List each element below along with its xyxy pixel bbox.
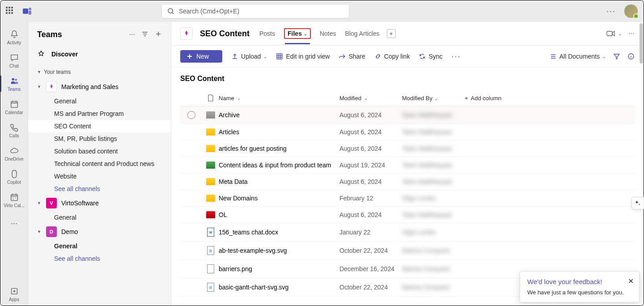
rail-onedrive[interactable]: OneDrive bbox=[0, 142, 28, 165]
file-row[interactable]: ArchiveAugust 6, 2024Tatev Malkhasyan bbox=[180, 106, 635, 124]
view-selector[interactable]: All Documents ⌄ bbox=[550, 53, 606, 60]
file-row[interactable]: Content ideas & input from product teamA… bbox=[180, 157, 635, 174]
teams-title: Teams bbox=[37, 30, 129, 39]
add-tab-button[interactable]: + bbox=[387, 29, 396, 38]
folder-icon bbox=[206, 162, 215, 169]
folder-icon bbox=[206, 211, 215, 218]
add-column-button[interactable]: +Add column bbox=[465, 95, 635, 102]
select-circle[interactable] bbox=[187, 111, 195, 119]
edit-grid-button[interactable]: Edit in grid view bbox=[276, 53, 330, 60]
rail-copilot[interactable]: Copilot bbox=[0, 165, 28, 188]
upload-button[interactable]: Upload ⌄ bbox=[231, 53, 267, 60]
tab-blog-articles[interactable]: Blog Articles bbox=[345, 28, 380, 39]
channel-row[interactable]: SM, PR, Public listings bbox=[28, 132, 171, 145]
file-row[interactable]: ArticlesAugust 6, 2024Tatev Malkhasyan bbox=[180, 124, 635, 140]
feedback-popup: ✕ We'd love your feedback! We have just … bbox=[520, 271, 640, 302]
rail-calendar[interactable]: Calendar bbox=[0, 95, 28, 119]
main-content: SEO Content PostsFiles⌄NotesBlog Article… bbox=[171, 22, 644, 306]
folder-icon bbox=[206, 195, 215, 202]
sync-button[interactable]: Sync bbox=[419, 53, 442, 60]
search-icon bbox=[167, 8, 174, 15]
share-button[interactable]: Share bbox=[339, 53, 365, 60]
rail-virto-cal-[interactable]: Virto Cal... bbox=[0, 188, 28, 212]
user-avatar[interactable] bbox=[624, 4, 638, 18]
channel-title: SEO Content bbox=[200, 29, 250, 38]
folder-icon bbox=[206, 128, 215, 136]
channel-row[interactable]: General bbox=[28, 95, 171, 107]
search-input[interactable]: Search (Cmd+Opt+E) bbox=[161, 4, 349, 18]
column-name[interactable]: Name⌄ bbox=[219, 95, 339, 102]
word-icon: W bbox=[207, 228, 214, 237]
channel-row[interactable]: Website bbox=[28, 170, 171, 183]
file-row[interactable]: OLAugust 6, 2024Tatev Malkhasyan bbox=[180, 207, 635, 223]
channel-row[interactable]: MS and Partner Program bbox=[28, 107, 171, 120]
team-row[interactable]: ▼VVirtoSoftware bbox=[28, 195, 171, 211]
file-type-icon[interactable] bbox=[208, 94, 214, 102]
svg-point-2 bbox=[168, 8, 173, 13]
share-icon bbox=[339, 53, 346, 60]
tab-notes[interactable]: Notes bbox=[320, 28, 336, 39]
sync-icon bbox=[419, 53, 426, 60]
create-team[interactable] bbox=[155, 30, 162, 39]
channel-row[interactable]: Solution based content bbox=[28, 145, 171, 157]
see-all-channels[interactable]: See all channels bbox=[28, 252, 171, 265]
see-all-channels[interactable]: See all channels bbox=[28, 183, 171, 195]
channel-row[interactable]: General bbox=[28, 211, 171, 224]
rail-more[interactable]: ··· bbox=[0, 212, 28, 235]
rail-chat[interactable]: Chat bbox=[0, 49, 28, 72]
channel-more[interactable]: ··· bbox=[629, 30, 635, 38]
column-modified-by[interactable]: Modified By ⌄ bbox=[402, 95, 465, 102]
rail-activity[interactable]: Activity bbox=[0, 26, 28, 49]
plus-icon bbox=[186, 53, 193, 60]
discover-button[interactable]: Discover bbox=[28, 46, 171, 63]
sparkle-icon bbox=[634, 200, 641, 207]
table-header: Name⌄ Modified⌄ Modified By ⌄ +Add colum… bbox=[180, 90, 635, 106]
channel-avatar bbox=[180, 27, 193, 40]
library-title: SEO Content bbox=[180, 71, 635, 90]
app-launcher[interactable] bbox=[6, 7, 15, 16]
toolbar-more[interactable]: ··· bbox=[452, 52, 461, 61]
list-icon bbox=[550, 53, 557, 60]
new-button[interactable]: New ⌄ bbox=[180, 50, 222, 63]
presence-indicator bbox=[633, 13, 639, 19]
file-row[interactable]: ▦ab-test-example-svg.svgOctober 22, 2024… bbox=[180, 242, 635, 260]
feedback-title: We'd love your feedback! bbox=[527, 278, 632, 285]
rail-calls[interactable]: Calls bbox=[0, 119, 28, 142]
info-icon[interactable] bbox=[627, 53, 635, 60]
rail-apps[interactable]: Apps bbox=[0, 282, 28, 306]
file-row[interactable]: W156_teams chat.docxJanuary 22Olga Lomko bbox=[180, 223, 635, 242]
column-modified[interactable]: Modified⌄ bbox=[339, 95, 402, 102]
app-rail: ActivityChatTeamsCalendarCallsOneDriveCo… bbox=[0, 22, 28, 306]
folder-icon bbox=[206, 178, 215, 185]
svg-file-icon: ▦ bbox=[207, 246, 214, 255]
teams-logo-icon bbox=[22, 6, 33, 17]
channel-row[interactable]: SEO Content bbox=[28, 120, 171, 132]
tab-files[interactable]: Files⌄ bbox=[284, 28, 311, 39]
file-row[interactable]: New DomainsFebruary 12Olga Lomko bbox=[180, 190, 635, 207]
feedback-body: We have just a few questions for you. bbox=[527, 289, 632, 296]
more-options[interactable]: ··· bbox=[606, 7, 616, 16]
folder-icon bbox=[206, 145, 215, 152]
file-row[interactable]: Meta DataAugust 6, 2024Tatev Malkhasyan bbox=[180, 174, 635, 190]
svg-rect-8 bbox=[607, 31, 612, 36]
folder-icon bbox=[206, 111, 215, 119]
teams-more[interactable]: ··· bbox=[129, 30, 135, 39]
tab-posts[interactable]: Posts bbox=[259, 28, 275, 39]
copy-link-button[interactable]: Copy link bbox=[374, 53, 410, 60]
svg-point-1 bbox=[29, 8, 31, 10]
copilot-floating-button[interactable] bbox=[631, 197, 644, 209]
rail-teams[interactable]: Teams bbox=[0, 72, 28, 95]
meet-button[interactable]: ⌄ bbox=[606, 30, 622, 37]
file-row[interactable]: articles for guest postingAugust 6, 2024… bbox=[180, 140, 635, 157]
teams-panel: Teams ··· Discover ▼ Your teams ▼Marketi… bbox=[28, 22, 171, 306]
filter-icon[interactable] bbox=[141, 30, 148, 39]
team-row[interactable]: ▼DDemo bbox=[28, 224, 171, 240]
channel-row[interactable]: Technical content and Product news bbox=[28, 157, 171, 170]
team-row[interactable]: ▼Marketing and Sales bbox=[28, 79, 171, 95]
channel-row[interactable]: General bbox=[28, 240, 171, 252]
scrollbar[interactable] bbox=[640, 23, 643, 302]
feedback-close[interactable]: ✕ bbox=[628, 277, 634, 285]
svg-rect-6 bbox=[11, 194, 17, 200]
filter-funnel-icon[interactable] bbox=[613, 53, 620, 60]
your-teams-label[interactable]: ▼ Your teams bbox=[28, 63, 171, 79]
